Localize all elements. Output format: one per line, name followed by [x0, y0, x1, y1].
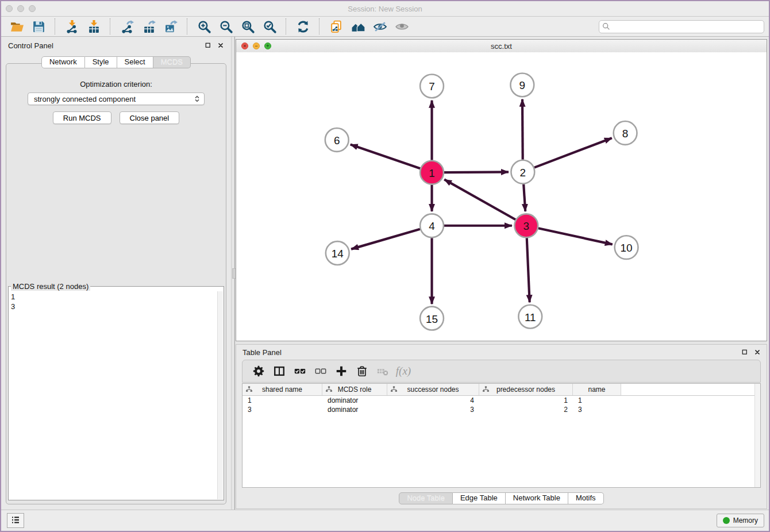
- node-2[interactable]: 2: [511, 160, 534, 184]
- edge-3-11[interactable]: [527, 238, 530, 302]
- zoom-traffic-icon[interactable]: +: [264, 43, 271, 49]
- split-columns-icon[interactable]: [269, 363, 290, 380]
- tree-icon: [325, 385, 333, 393]
- table-panel-header: Table Panel: [236, 345, 767, 358]
- edge-3-1[interactable]: [444, 179, 515, 219]
- tab-motifs[interactable]: Motifs: [568, 492, 604, 504]
- node-15[interactable]: 15: [420, 307, 444, 330]
- column-label: predecessor nodes: [496, 385, 555, 394]
- node-1[interactable]: 1: [420, 161, 444, 184]
- close-icon[interactable]: [217, 41, 224, 49]
- close-traffic-icon[interactable]: [6, 5, 13, 12]
- edge-1-2[interactable]: [444, 172, 509, 172]
- edge-1-6[interactable]: [351, 145, 420, 169]
- zoom-in-icon[interactable]: [193, 18, 215, 36]
- tab-network[interactable]: Network: [41, 56, 85, 68]
- minimize-traffic-icon[interactable]: −: [253, 43, 260, 49]
- minimize-traffic-icon[interactable]: [17, 5, 24, 12]
- zoom-selected-icon[interactable]: [259, 18, 280, 36]
- column-header-predecessor-nodes[interactable]: predecessor nodes: [479, 384, 573, 395]
- float-icon[interactable]: [204, 41, 211, 49]
- select-all-icon[interactable]: [290, 363, 310, 380]
- export-table-icon[interactable]: [138, 18, 160, 36]
- zoom-fit-icon[interactable]: [237, 18, 259, 36]
- delete-table-icon[interactable]: [372, 363, 393, 380]
- show-graphics-icon[interactable]: [391, 18, 413, 36]
- column-header-shared-name[interactable]: shared name: [242, 384, 322, 395]
- table-toolbar: f(x): [242, 360, 761, 383]
- svg-text:7: 7: [429, 80, 435, 92]
- close-icon[interactable]: [753, 348, 761, 356]
- edge-2-3[interactable]: [523, 184, 525, 211]
- network-overview-icon[interactable]: [325, 18, 347, 36]
- vertical-splitter[interactable]: [231, 37, 235, 510]
- tab-style[interactable]: Style: [85, 56, 117, 68]
- export-image-icon[interactable]: [160, 18, 182, 36]
- toolbar-separator: [110, 18, 111, 34]
- hide-graphics-icon[interactable]: [369, 18, 391, 36]
- search-input[interactable]: [599, 20, 764, 33]
- add-column-icon[interactable]: [331, 363, 352, 380]
- node-8[interactable]: 8: [614, 121, 637, 145]
- run-mcds-button[interactable]: Run MCDS: [53, 111, 111, 124]
- tab-select[interactable]: Select: [117, 56, 153, 68]
- tab-network-table[interactable]: Network Table: [506, 492, 568, 504]
- tree-icon: [390, 385, 398, 393]
- table-body: 1dominator4113dominator323: [242, 396, 760, 414]
- close-traffic-icon[interactable]: ×: [241, 43, 248, 49]
- table-panel-tabs: Node TableEdge TableNetwork TableMotifs: [399, 492, 603, 504]
- gear-icon[interactable]: [248, 363, 269, 380]
- network-window-titlebar[interactable]: × − + scc.txt: [236, 40, 767, 53]
- close-panel-button[interactable]: Close panel: [120, 111, 180, 124]
- node-11[interactable]: 11: [518, 305, 542, 329]
- column-header-mcds-role[interactable]: MCDS role: [322, 384, 387, 395]
- home-icon[interactable]: [347, 18, 369, 36]
- result-scrollbar[interactable]: [217, 291, 223, 499]
- table-header-row: shared nameMCDS rolesuccessor nodesprede…: [242, 384, 760, 396]
- tab-edge-table[interactable]: Edge Table: [453, 492, 506, 504]
- zoom-out-icon[interactable]: [215, 18, 237, 36]
- toolbar-separator: [286, 18, 287, 34]
- table-row[interactable]: 3dominator323: [242, 405, 760, 414]
- memory-button[interactable]: Memory: [717, 514, 764, 527]
- table-scrollbar[interactable]: [754, 384, 760, 487]
- node-7[interactable]: 7: [420, 74, 444, 98]
- apply-function-button[interactable]: f(x): [393, 363, 414, 380]
- import-table-icon[interactable]: [83, 18, 105, 36]
- mcds-result-box: MCDS result (2 nodes) 1 3: [8, 282, 224, 500]
- tab-mcds[interactable]: MCDS: [153, 56, 191, 68]
- node-4[interactable]: 4: [420, 214, 444, 237]
- workspace-area: × − + scc.txt 7968124314101511 Table Pan…: [235, 37, 769, 510]
- edge-3-10[interactable]: [538, 228, 613, 244]
- network-canvas[interactable]: 7968124314101511: [236, 52, 767, 341]
- import-network-icon[interactable]: [61, 18, 83, 36]
- tree-icon: [482, 385, 490, 393]
- delete-column-icon[interactable]: [352, 363, 372, 380]
- edge-2-9[interactable]: [522, 99, 523, 160]
- deselect-all-icon[interactable]: [310, 363, 331, 380]
- tab-node-table[interactable]: Node Table: [399, 492, 453, 504]
- column-header-successor-nodes[interactable]: successor nodes: [387, 384, 479, 395]
- refresh-icon[interactable]: [292, 18, 314, 36]
- mcds-tab-pane: Optimization criterion: strongly connect…: [6, 63, 226, 504]
- toolbar-separator: [319, 18, 320, 34]
- save-session-icon[interactable]: [28, 18, 49, 36]
- float-icon[interactable]: [741, 348, 748, 356]
- node-6[interactable]: 6: [325, 128, 349, 152]
- table-row[interactable]: 1dominator411: [242, 396, 760, 405]
- zoom-traffic-icon[interactable]: [29, 5, 36, 12]
- node-3[interactable]: 3: [514, 214, 538, 237]
- edge-4-14[interactable]: [351, 229, 420, 249]
- open-file-icon[interactable]: [6, 18, 28, 36]
- criterion-select[interactable]: strongly connected component: [28, 92, 205, 105]
- column-label: successor nodes: [407, 385, 459, 394]
- node-10[interactable]: 10: [615, 236, 638, 259]
- task-history-button[interactable]: [7, 513, 24, 528]
- node-14[interactable]: 14: [326, 241, 349, 265]
- edge-2-8[interactable]: [534, 138, 612, 167]
- column-header-name[interactable]: name: [573, 384, 621, 395]
- search-box: [599, 20, 764, 33]
- node-9[interactable]: 9: [510, 73, 534, 97]
- export-network-icon[interactable]: [116, 18, 138, 36]
- cell-predecessor-nodes: 1: [479, 396, 573, 404]
